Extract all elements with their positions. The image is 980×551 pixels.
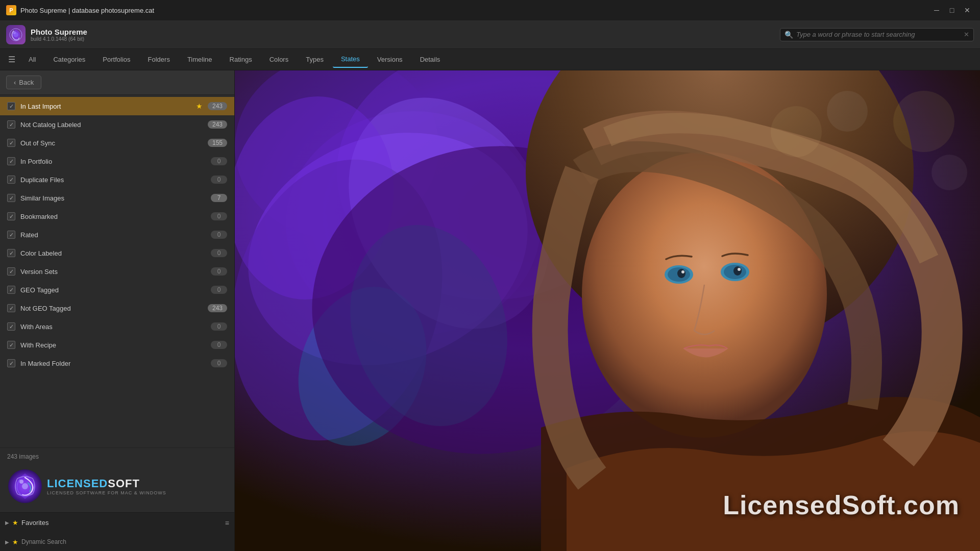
search-icon: 🔍 [785,31,793,39]
favorites-menu-icon[interactable]: ≡ [225,519,229,527]
nav-tabs: ☰ All Categories Portfolios Folders Time… [0,49,980,70]
close-button[interactable]: ✕ [961,4,974,17]
state-item-geo-tagged[interactable]: ✓ GEO Tagged 0 [0,281,234,299]
svg-point-29 [932,155,967,190]
state-count: 0 [211,286,227,294]
logo-brand-1: LICENSED [47,477,108,490]
star-icon: ★ [196,102,203,110]
search-input[interactable] [796,31,961,38]
app-logo-icon [6,25,26,44]
dynamic-search-bar[interactable]: ▶ ★ Dynamic Search [0,533,234,551]
logo-brand: LICENSEDSOFT [47,477,166,490]
tab-folders[interactable]: Folders [140,52,178,67]
state-count: 0 [211,341,227,349]
state-label: Color Labeled [20,249,206,257]
state-item-color-labeled[interactable]: ✓ Color Labeled 0 [0,244,234,262]
state-item-not-geo-tagged[interactable]: ✓ Not GEO Tagged 243 [0,299,234,317]
logo-area: LICENSEDSOFT LICENSED SOFTWARE FOR MAC &… [7,465,227,507]
state-item-with-areas[interactable]: ✓ With Areas 0 [0,317,234,336]
favorites-bar[interactable]: ▶ ★ Favorites ≡ [0,512,234,533]
tab-states[interactable]: States [333,51,368,68]
tab-timeline[interactable]: Timeline [179,52,220,67]
state-checkbox[interactable]: ✓ [7,102,15,110]
title-bar-controls: ─ □ ✕ [930,4,974,17]
state-count: 243 [208,102,227,110]
state-label: Duplicate Files [20,176,206,184]
state-count: 243 [208,304,227,312]
preview-image: LicensedSoft.com [235,70,980,551]
tab-ratings[interactable]: Ratings [222,52,260,67]
state-item-in-marked-folder[interactable]: ✓ In Marked Folder 0 [0,354,234,372]
back-bar: ‹ Back [0,70,234,95]
state-checkbox[interactable]: ✓ [7,359,15,367]
state-checkbox[interactable]: ✓ [7,231,15,239]
state-count: 0 [211,231,227,239]
state-checkbox[interactable]: ✓ [7,322,15,331]
title-bar-text: Photo Supreme | database photosupreme.ca… [20,7,926,14]
logo-brand-2: SOFT [108,477,140,490]
state-item-rated[interactable]: ✓ Rated 0 [0,226,234,244]
state-label: Not GEO Tagged [20,305,203,312]
state-checkbox[interactable]: ✓ [7,267,15,276]
state-label: Similar Images [20,194,206,202]
dynamic-play-icon[interactable]: ▶ [5,539,9,545]
state-count: 0 [211,322,227,331]
dynamic-star-icon: ★ [12,538,18,546]
svg-point-5 [19,480,23,484]
state-checkbox[interactable]: ✓ [7,139,15,147]
state-checkbox[interactable]: ✓ [7,341,15,349]
app-header: Photo Supreme build 4.1.0.1448 (64 bit) … [0,20,980,49]
main-content: ‹ Back ✓ In Last Import ★ 243 ✓ Not Cata… [0,70,980,551]
svg-point-2 [13,31,16,34]
menu-icon[interactable]: ☰ [4,53,19,66]
search-clear-icon[interactable]: ✕ [964,31,969,38]
state-checkbox[interactable]: ✓ [7,304,15,312]
maximize-button[interactable]: □ [945,4,959,17]
tab-portfolios[interactable]: Portfolios [94,52,138,67]
state-item-not-catalog-labeled[interactable]: ✓ Not Catalog Labeled 243 [0,115,234,134]
state-checkbox[interactable]: ✓ [7,249,15,257]
state-count: 0 [211,359,227,367]
minimize-button[interactable]: ─ [930,4,943,17]
svg-point-22 [681,270,684,273]
state-count: 0 [211,176,227,184]
state-checkbox[interactable]: ✓ [7,194,15,202]
svg-point-30 [771,106,822,157]
back-button[interactable]: ‹ Back [6,76,41,89]
title-bar: P Photo Supreme | database photosupreme.… [0,0,980,20]
state-item-out-of-sync[interactable]: ✓ Out of Sync 155 [0,134,234,152]
state-item-version-sets[interactable]: ✓ Version Sets 0 [0,262,234,281]
app-name: Photo Supreme [31,28,87,36]
state-checkbox[interactable]: ✓ [7,120,15,129]
state-item-similar-images[interactable]: ✓ Similar Images 7 [0,189,234,207]
state-checkbox[interactable]: ✓ [7,212,15,220]
state-item-bookmarked[interactable]: ✓ Bookmarked 0 [0,207,234,226]
state-label: Rated [20,231,206,239]
state-count: 0 [211,267,227,276]
state-item-with-recipe[interactable]: ✓ With Recipe 0 [0,336,234,354]
search-bar: 🔍 ✕ [780,28,974,41]
tab-details[interactable]: Details [412,52,449,67]
watermark-text: LicensedSoft.com [723,490,960,520]
play-icon[interactable]: ▶ [5,520,9,525]
state-checkbox[interactable]: ✓ [7,157,15,165]
dynamic-search-label: Dynamic Search [21,538,66,545]
state-item-in-last-import[interactable]: ✓ In Last Import ★ 243 [0,97,234,115]
tab-all[interactable]: All [20,52,44,67]
state-count: 0 [211,157,227,165]
tab-colors[interactable]: Colors [261,52,297,67]
state-label: GEO Tagged [20,286,206,294]
state-checkbox[interactable]: ✓ [7,286,15,294]
state-item-duplicate-files[interactable]: ✓ Duplicate Files 0 [0,170,234,189]
favorites-label: Favorites [21,519,222,527]
app-logo-area: Photo Supreme build 4.1.0.1448 (64 bit) [6,25,108,44]
tab-categories[interactable]: Categories [45,52,93,67]
tab-versions[interactable]: Versions [369,52,411,67]
svg-point-26 [738,268,741,271]
tab-types[interactable]: Types [298,52,332,67]
state-item-in-portfolio[interactable]: ✓ In Portfolio 0 [0,152,234,170]
sidebar-footer: 243 images [0,447,234,512]
states-list: ✓ In Last Import ★ 243 ✓ Not Catalog Lab… [0,95,234,447]
state-checkbox[interactable]: ✓ [7,176,15,184]
state-label: With Areas [20,323,206,331]
